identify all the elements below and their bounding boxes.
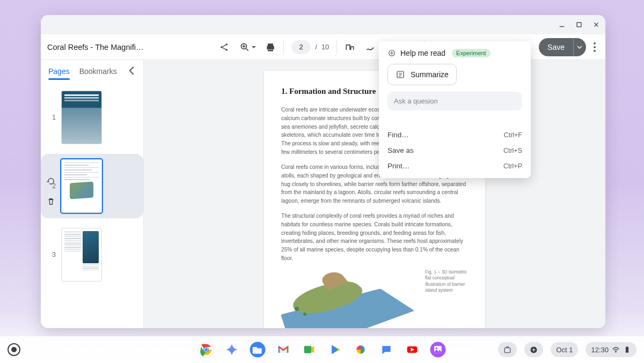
svg-point-28 <box>436 347 437 349</box>
app-gallery-icon[interactable] <box>429 340 447 359</box>
app-youtube-icon[interactable] <box>403 340 421 359</box>
tab-bookmarks[interactable]: Bookmarks <box>79 67 117 76</box>
page-total: 10 <box>321 43 329 51</box>
app-files-icon[interactable] <box>248 340 267 359</box>
more-panel: Help me read Experiment Summarize Ask a … <box>379 41 531 178</box>
page-separator: / <box>315 43 317 51</box>
svg-point-7 <box>594 46 596 48</box>
action-menu: Find… Ctrl+F Save as Ctrl+S Print… Ctrl+… <box>379 124 531 178</box>
app-gemini-icon[interactable] <box>223 340 241 359</box>
svg-rect-20 <box>304 346 312 353</box>
menu-item-shortcut: Ctrl+S <box>503 147 522 154</box>
app-meet-icon[interactable] <box>300 340 318 359</box>
page-indicator: / 10 <box>291 40 329 54</box>
draw-icon[interactable] <box>365 42 376 53</box>
thumbnail-row[interactable]: 1 <box>45 91 139 144</box>
menu-item-find[interactable]: Find… Ctrl+F <box>379 127 531 143</box>
sidebar-tabs: Pages Bookmarks <box>41 60 143 78</box>
page-thumbnail-1[interactable] <box>61 91 102 144</box>
toolbar-separator <box>283 40 284 55</box>
thumbnail-tools <box>46 176 56 209</box>
app-gmail-icon[interactable] <box>274 340 292 359</box>
svg-point-1 <box>221 46 223 48</box>
document-area[interactable]: 1. Formation and Structure Coral reefs a… <box>144 60 605 328</box>
window-maximize-icon[interactable] <box>575 21 583 28</box>
shelf-apps <box>197 340 447 359</box>
summarize-icon <box>396 70 405 79</box>
menu-item-shortcut: Ctrl+F <box>504 131 522 139</box>
menu-item-save-as[interactable]: Save as Ctrl+S <box>379 143 531 158</box>
svg-point-15 <box>204 348 208 351</box>
thumbnail-list: 1 2 <box>41 78 143 286</box>
sparkle-icon <box>387 49 396 57</box>
text-size-icon[interactable] <box>345 42 355 53</box>
tote-icon[interactable] <box>498 342 517 357</box>
app-chrome-icon[interactable] <box>197 340 215 359</box>
thumbnail-row[interactable]: 3 <box>45 228 139 281</box>
save-dropdown-icon[interactable] <box>573 38 586 56</box>
save-button[interactable]: Save <box>539 38 586 56</box>
svg-point-3 <box>226 49 228 51</box>
thumbnail-row-selected[interactable]: 2 <box>41 154 143 218</box>
help-me-read-row: Help me read Experiment <box>387 49 522 57</box>
ask-question-input[interactable]: Ask a quesion <box>387 92 522 110</box>
experiment-badge: Experiment <box>452 49 491 57</box>
svg-point-6 <box>594 42 596 45</box>
help-me-read-label: Help me read <box>400 49 445 57</box>
sidebar: Pages Bookmarks 1 2 <box>41 60 144 328</box>
menu-item-label: Find… <box>387 131 409 139</box>
menu-separator <box>379 121 531 122</box>
phone-hub-icon[interactable] <box>524 342 543 357</box>
shelf-status: Oct 1 12:30 <box>498 342 636 357</box>
summarize-button[interactable]: Summarize <box>387 64 457 85</box>
battery-icon <box>623 346 631 354</box>
more-menu-icon[interactable] <box>594 42 596 52</box>
shelf-time: 12:30 <box>591 346 609 354</box>
print-icon[interactable] <box>265 42 276 53</box>
share-icon[interactable] <box>219 42 230 53</box>
tab-pages[interactable]: Pages <box>48 67 70 76</box>
isometric-diagram <box>281 269 418 328</box>
save-button-label: Save <box>539 43 573 51</box>
collapse-sidebar-icon[interactable] <box>128 65 136 78</box>
ask-placeholder: Ask a quesion <box>394 97 438 105</box>
summarize-label: Summarize <box>411 70 449 79</box>
menu-item-label: Save as <box>387 146 414 154</box>
shelf-time-status[interactable]: 12:30 <box>586 342 636 357</box>
page-thumbnail-2[interactable] <box>61 159 102 213</box>
thumbnail-number: 3 <box>45 251 56 258</box>
figure-caption: Fig. 1 – 3D isometric flat conceptual il… <box>425 269 468 328</box>
window-minimize-icon[interactable] <box>558 21 566 28</box>
app-play-icon[interactable] <box>326 340 344 359</box>
app-photos-icon[interactable] <box>352 340 370 359</box>
svg-point-2 <box>226 43 228 46</box>
thumbnail-number: 1 <box>45 114 56 121</box>
svg-point-8 <box>594 50 596 52</box>
window-titlebar <box>41 15 605 34</box>
menu-item-print[interactable]: Print… Ctrl+P <box>379 158 531 174</box>
document-title: Coral Reefs - The Magnifi… <box>47 43 143 51</box>
svg-rect-32 <box>626 347 628 353</box>
svg-rect-0 <box>577 23 581 27</box>
chrome-os-shelf: Oct 1 12:30 <box>0 336 644 363</box>
delete-page-icon[interactable] <box>46 197 56 209</box>
zoom-icon[interactable] <box>239 42 250 53</box>
toolbar-separator <box>336 40 337 55</box>
window-close-icon[interactable] <box>592 21 600 28</box>
launcher-icon[interactable] <box>8 343 20 356</box>
paragraph: The structural complexity of coral reefs… <box>281 212 468 263</box>
svg-rect-29 <box>505 347 511 352</box>
menu-item-shortcut: Ctrl+P <box>503 162 522 170</box>
rotate-page-icon[interactable] <box>46 176 56 188</box>
page-thumbnail-3[interactable] <box>61 228 102 281</box>
menu-item-label: Print… <box>387 162 409 170</box>
page-number-input[interactable] <box>291 40 311 54</box>
wifi-icon <box>612 346 620 354</box>
figure: Fig. 1 – 3D isometric flat conceptual il… <box>281 269 468 328</box>
svg-rect-33 <box>626 346 627 347</box>
svg-point-31 <box>616 352 617 353</box>
shelf-date[interactable]: Oct 1 <box>551 342 578 357</box>
app-chat-icon[interactable] <box>377 340 396 359</box>
